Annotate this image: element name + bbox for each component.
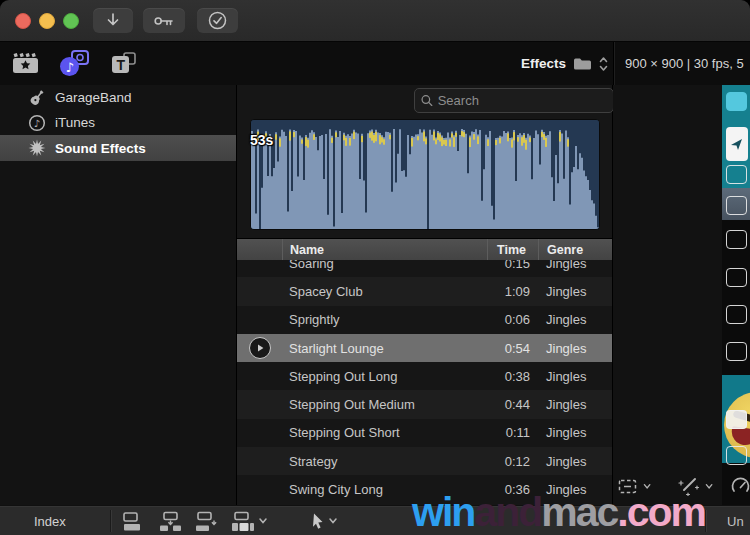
row-time: 0:06	[487, 312, 538, 327]
sidebar-item-label: GarageBand	[55, 90, 132, 105]
list-item[interactable]: Stepping Out Medium0:44Jingles	[237, 390, 612, 418]
row-name: Stepping Out Medium	[282, 397, 487, 412]
generator-thumbnail[interactable]	[726, 268, 747, 287]
sidebar-item-label: Sound Effects	[55, 141, 146, 156]
index-button[interactable]: Index	[20, 506, 80, 535]
close-window-button[interactable]	[15, 13, 31, 29]
row-name: Spacey Club	[282, 284, 487, 299]
chevron-down-icon[interactable]	[258, 517, 268, 525]
trim-range-button[interactable]	[617, 478, 638, 495]
chevron-down-icon[interactable]	[705, 483, 713, 490]
list-header: Name Time Genre	[237, 238, 612, 261]
row-time: 0:38	[487, 369, 538, 384]
sidebar-item-garageband[interactable]: GarageBand	[0, 85, 236, 110]
chevron-down-icon[interactable]	[328, 517, 338, 525]
minimize-window-button[interactable]	[39, 13, 55, 29]
arrow-cursor-icon	[310, 512, 326, 530]
bottombar-divider	[110, 510, 111, 532]
bottombar-divider	[705, 510, 706, 532]
select-tool-button[interactable]	[310, 512, 326, 530]
row-genre: Jingles	[538, 369, 612, 384]
list-item[interactable]: Strategy0:12Jingles	[237, 447, 612, 475]
generator-thumbnail[interactable]	[726, 446, 747, 465]
generator-thumbnail[interactable]	[726, 165, 747, 184]
row-time: 0:54	[487, 341, 538, 356]
sidebar-item-itunes[interactable]: ♪ iTunes	[0, 110, 236, 135]
search-input[interactable]	[436, 92, 607, 109]
connect-clip-button[interactable]	[122, 511, 148, 532]
titlebar	[0, 0, 750, 42]
search-field[interactable]	[414, 88, 614, 113]
sidebar-item-sound-effects[interactable]: Sound Effects	[0, 135, 236, 161]
row-time: 0:15	[487, 260, 538, 271]
list-item[interactable]: Stepping Out Long0:38Jingles	[237, 362, 612, 390]
generator-thumbnail[interactable]	[726, 196, 747, 215]
timeline-bar: Index	[0, 505, 750, 535]
arrow-glyph-icon	[729, 136, 745, 152]
key-icon	[154, 15, 174, 27]
list-item[interactable]: Sprightly0:06Jingles	[237, 306, 612, 334]
generator-thumbnail[interactable]	[726, 305, 747, 324]
import-media-button[interactable]	[93, 8, 133, 33]
row-genre: Jingles	[538, 284, 612, 299]
row-time: 0:44	[487, 397, 538, 412]
header-time[interactable]: Time	[487, 239, 538, 260]
range-selection-icon	[617, 478, 638, 495]
list-item[interactable]: Soaring0:15Jingles	[237, 260, 612, 277]
row-time: 0:11	[487, 425, 538, 440]
waveform-graphic	[251, 120, 599, 229]
generator-thumbnail-cyan[interactable]	[726, 92, 747, 111]
row-time: 0:12	[487, 454, 538, 469]
waveform-preview[interactable]	[250, 119, 600, 230]
gauge-icon	[731, 477, 750, 495]
row-genre: Jingles	[538, 454, 612, 469]
play-button[interactable]	[237, 337, 282, 359]
background-tasks-button[interactable]	[197, 8, 238, 33]
photos-audio-icon: ♪	[59, 50, 90, 77]
retime-button[interactable]	[731, 477, 750, 495]
sound-browser: 53s Name Time Genre Soaring0:15JinglesSp…	[237, 85, 612, 505]
row-time: 0:36	[487, 482, 538, 497]
append-clip-icon	[194, 511, 220, 532]
list-item[interactable]: Stepping Out Short0:11Jingles	[237, 419, 612, 447]
row-name: Swing City Long	[282, 482, 487, 497]
effects-folder-selector[interactable]: Effects	[430, 42, 608, 85]
row-genre: Jingles	[538, 341, 612, 356]
search-icon	[421, 94, 433, 107]
row-name: Starlight Lounge	[282, 341, 487, 356]
list-item[interactable]: Swing City Long0:36Jingles	[237, 475, 612, 503]
emoji-mouth	[730, 426, 750, 447]
row-genre: Jingles	[538, 425, 612, 440]
generator-thumbnail-selected[interactable]	[726, 410, 747, 429]
row-genre: Jingles	[538, 260, 612, 271]
music-note-circle-icon: ♪	[28, 114, 46, 132]
keyword-editor-button[interactable]	[143, 8, 185, 33]
project-resolution-info: 900 × 900 | 30 fps, 5	[625, 42, 750, 85]
show-titles-generators-button[interactable]: T	[110, 52, 137, 76]
row-name: Soaring	[282, 260, 487, 271]
append-clip-button[interactable]	[194, 511, 220, 532]
insert-clip-button[interactable]	[158, 511, 184, 532]
show-media-browser-button[interactable]	[12, 52, 39, 76]
svg-text:T: T	[116, 56, 125, 72]
list-item[interactable]: Spacey Club1:09Jingles	[237, 277, 612, 305]
magic-wand-icon	[678, 477, 700, 496]
overwrite-clip-button[interactable]	[230, 511, 256, 532]
show-photos-audio-sidebar-button[interactable]: ♪	[59, 50, 90, 77]
header-name[interactable]: Name	[282, 239, 487, 260]
enhancements-button[interactable]	[678, 477, 700, 496]
effects-label: Effects	[521, 56, 566, 71]
header-genre[interactable]: Genre	[538, 239, 612, 260]
generator-thumbnail[interactable]	[726, 230, 747, 249]
chevron-down-icon[interactable]	[643, 483, 651, 490]
generator-thumbnail[interactable]	[726, 342, 747, 361]
download-arrow-icon	[106, 13, 120, 28]
titles-icon: T	[110, 52, 137, 76]
list-item[interactable]: Starlight Lounge0:54Jingles	[237, 334, 612, 362]
folder-icon	[573, 57, 592, 71]
insert-clip-icon	[158, 511, 184, 532]
project-name-label: Un	[727, 506, 744, 535]
zoom-window-button[interactable]	[63, 13, 79, 29]
row-genre: Jingles	[538, 397, 612, 412]
generator-thumbnail-arrow[interactable]	[726, 127, 748, 161]
